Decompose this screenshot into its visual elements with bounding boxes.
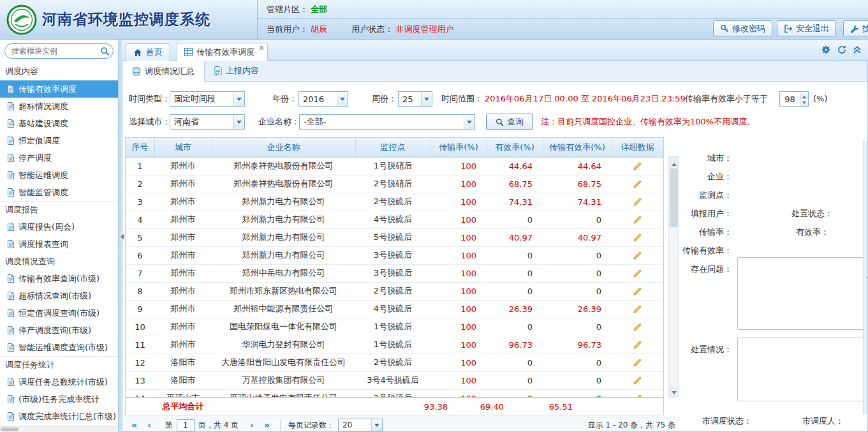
detail-data-cell[interactable]: [612, 157, 663, 175]
sidebar-section-header[interactable]: 调度内容: [0, 63, 118, 80]
edit-pencil-icon[interactable]: [633, 251, 642, 260]
detail-data-cell[interactable]: [612, 354, 663, 371]
edit-pencil-icon[interactable]: [633, 304, 642, 314]
sidebar-item[interactable]: 传输有效率查询(市级): [0, 270, 118, 287]
detail-data-cell[interactable]: [612, 175, 663, 193]
refresh-icon[interactable]: [837, 45, 847, 55]
sidebar-section-header[interactable]: 调度报告: [0, 201, 118, 218]
last-page-button[interactable]: »: [264, 419, 270, 431]
column-header[interactable]: 有效率(%): [487, 138, 543, 157]
detail-data-cell[interactable]: [612, 264, 663, 282]
sidebar-item[interactable]: 智能运维调度查询(市级): [0, 339, 118, 356]
search-icon[interactable]: [100, 47, 110, 56]
detail-data-cell[interactable]: [612, 211, 663, 228]
subtab-report-content[interactable]: 上报内容: [205, 61, 268, 81]
edit-pencil-icon[interactable]: [633, 287, 642, 296]
sidebar-item[interactable]: 智能运维调度: [0, 167, 118, 184]
sidebar-item[interactable]: 恒定值调度查询(市级): [0, 304, 118, 322]
query-button[interactable]: 查询: [486, 114, 533, 130]
prev-page-button[interactable]: ‹: [147, 419, 151, 431]
sidebar-section-header[interactable]: 调度情况查询: [0, 253, 118, 270]
main-panel: 调度情况汇总 上报内容 时间类型： 固定时间段 年份： 2016 周份： 25 …: [122, 60, 868, 432]
column-header[interactable]: 企业名称: [212, 138, 355, 157]
sidebar-item[interactable]: (市级)任务完成率统计: [0, 391, 118, 408]
next-page-button[interactable]: ›: [250, 419, 254, 431]
spinner-up-icon[interactable]: [800, 92, 808, 99]
cell-trans-valid-rate: 0: [543, 389, 612, 398]
tab-close-icon[interactable]: ×: [258, 43, 265, 52]
chevron-down-icon: [421, 92, 432, 106]
sidebar-item[interactable]: 调度完成率统计汇总(市级): [0, 408, 118, 425]
column-header[interactable]: 详细数据: [612, 138, 663, 157]
year-select[interactable]: 2016: [298, 91, 348, 107]
detail-collapse-handle[interactable]: [863, 141, 867, 414]
sidebar-item[interactable]: 智能监管调度: [0, 184, 118, 201]
detail-data-cell[interactable]: [612, 336, 663, 354]
edit-pencil-icon[interactable]: [633, 197, 642, 207]
collapse-up-icon[interactable]: [853, 45, 862, 55]
edit-pencil-icon[interactable]: [633, 233, 642, 242]
column-header[interactable]: 监控点: [355, 138, 430, 157]
sidebar-item[interactable]: 调度报告(周会): [0, 218, 118, 235]
module-search-input[interactable]: [4, 43, 114, 59]
sidebar-item[interactable]: 停产调度: [0, 149, 118, 167]
city-select[interactable]: 河南省: [170, 114, 245, 130]
detail-data-cell[interactable]: [612, 389, 663, 398]
sidebar-item[interactable]: 超标情况调度: [0, 98, 118, 115]
detail-data-cell[interactable]: [612, 246, 663, 264]
time-type-select[interactable]: 固定时间段: [170, 91, 245, 107]
edit-pencil-icon[interactable]: [633, 376, 642, 385]
detail-data-cell[interactable]: [612, 193, 663, 211]
threshold-spinner[interactable]: [779, 91, 809, 107]
gear-icon[interactable]: [821, 45, 831, 55]
sidebar-scrollbar-thumb[interactable]: [1, 428, 18, 431]
sidebar-item[interactable]: 基站建设调度: [0, 115, 118, 132]
tab-transmission-dispatch[interactable]: 传输有效率调度 ×: [177, 43, 268, 61]
tab-home[interactable]: 首页: [126, 43, 170, 61]
change-password-button[interactable]: 修改密码: [713, 20, 772, 36]
column-header[interactable]: 传输有效率(%): [543, 138, 612, 157]
sidebar-item[interactable]: 恒定值调度: [0, 132, 118, 149]
handle-textarea[interactable]: [737, 338, 865, 401]
sidebar-item[interactable]: 调度报表查询: [0, 235, 118, 253]
spinner-down-icon[interactable]: [800, 99, 808, 106]
edit-pencil-icon[interactable]: [633, 322, 642, 332]
logout-button[interactable]: 安全退出: [777, 20, 836, 36]
column-header[interactable]: 序号: [126, 138, 154, 157]
edit-pencil-icon[interactable]: [633, 269, 642, 278]
table-scrollbar-thumb[interactable]: [670, 168, 678, 227]
week-select[interactable]: 25: [398, 91, 432, 107]
detail-data-cell[interactable]: [612, 371, 663, 389]
support-button[interactable]: 技: [843, 20, 868, 36]
scroll-down-icon[interactable]: [669, 387, 679, 397]
edit-pencil-icon[interactable]: [633, 179, 642, 189]
subtab-dispatch-summary[interactable]: 调度情况汇总: [122, 61, 205, 82]
sidebar-item[interactable]: 传输有效率调度: [0, 80, 118, 98]
per-page-select[interactable]: 20: [338, 419, 383, 431]
sidebar-item[interactable]: 停产调度查询(市级): [0, 322, 118, 339]
column-header[interactable]: 传输率(%): [430, 138, 487, 157]
edit-pencil-icon[interactable]: [633, 161, 642, 171]
detail-data-cell[interactable]: [612, 282, 663, 300]
sidebar-item[interactable]: 超标情况查询(市级): [0, 287, 118, 304]
edit-pencil-icon[interactable]: [633, 215, 642, 225]
scroll-up-icon[interactable]: [669, 157, 679, 167]
detail-data-cell[interactable]: [612, 228, 663, 246]
sidebar-section-header[interactable]: 调度任务统计: [0, 356, 118, 373]
detail-problem-label: 存在问题：: [691, 264, 732, 275]
detail-data-cell[interactable]: [612, 318, 663, 336]
edit-pencil-icon[interactable]: [633, 340, 642, 350]
column-header[interactable]: 城市: [154, 138, 212, 157]
sidebar-scrollbar[interactable]: [0, 426, 118, 432]
detail-data-cell[interactable]: [612, 300, 663, 318]
cell-valid-rate: 68.75: [487, 175, 543, 193]
sidebar-collapse-handle[interactable]: [118, 234, 124, 239]
table-scrollbar[interactable]: [668, 156, 679, 398]
problem-textarea[interactable]: [737, 257, 865, 330]
sidebar-item[interactable]: 调度任务总数统计(市级): [0, 373, 118, 391]
page-number-input[interactable]: [177, 419, 195, 431]
threshold-input[interactable]: [780, 92, 800, 106]
first-page-button[interactable]: «: [131, 419, 137, 431]
edit-pencil-icon[interactable]: [633, 358, 642, 368]
company-select[interactable]: -全部-: [299, 114, 475, 130]
